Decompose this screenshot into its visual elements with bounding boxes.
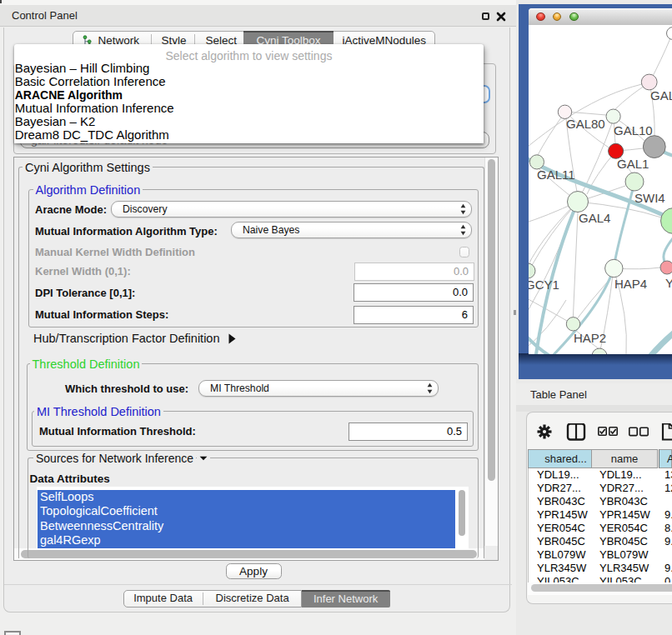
svg-text:HAP4: HAP4 [614,277,647,291]
svg-text:HAP2: HAP2 [574,331,606,345]
svg-text:GAL4: GAL4 [579,211,610,225]
svg-text:GAL: GAL [650,88,672,102]
svg-text:GCY1: GCY1 [529,278,559,292]
svg-text:GAL10: GAL10 [614,123,653,138]
svg-text:GAL11: GAL11 [537,168,575,182]
svg-text:SWI4: SWI4 [634,191,665,205]
svg-text:GAL1: GAL1 [617,157,649,171]
svg-text:GAL80: GAL80 [566,117,605,131]
svg-text:Y: Y [665,276,672,290]
